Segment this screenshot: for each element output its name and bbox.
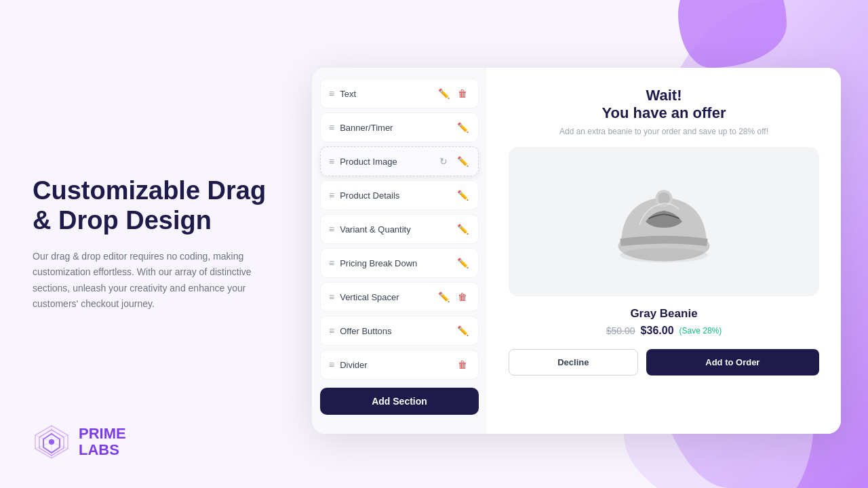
section-label-text: Text	[340, 89, 356, 99]
drag-handle-icon: ≡	[329, 190, 334, 201]
svg-point-10	[620, 247, 708, 262]
drag-handle-icon: ≡	[329, 224, 334, 235]
drag-handle-icon: ≡	[329, 88, 334, 99]
left-section: Customizable Drag & Drop Design Our drag…	[33, 176, 290, 312]
logo: PRIME LABS	[33, 423, 126, 461]
drag-handle-icon: ≡	[329, 325, 334, 336]
section-label-pricing: Pricing Break Down	[340, 258, 417, 268]
edit-icon-banner[interactable]: ✏️	[455, 120, 470, 135]
delete-icon-divider[interactable]: 🗑	[455, 357, 470, 372]
add-section-button[interactable]: Add Section	[320, 388, 479, 415]
delete-icon-spacer[interactable]: 🗑	[455, 289, 470, 304]
edit-icon-product-details[interactable]: ✏️	[455, 188, 470, 203]
section-item-product-details[interactable]: ≡ Product Details ✏️	[320, 180, 479, 210]
section-label-product-image: Product Image	[340, 157, 397, 167]
section-label-banner: Banner/Timer	[340, 123, 393, 133]
price-original: $50.00	[606, 325, 635, 336]
product-pricing: $50.00 $36.00 (Save 28%)	[606, 325, 722, 337]
section-item-spacer[interactable]: ≡ Vertical Spacer ✏️ 🗑	[320, 282, 479, 312]
section-item-offer-buttons[interactable]: ≡ Offer Buttons ✏️	[320, 316, 479, 346]
add-to-order-button[interactable]: Add to Order	[646, 349, 819, 375]
section-item-product-image[interactable]: ≡ Product Image ↻ ✏️	[320, 146, 479, 176]
price-current: $36.00	[641, 325, 674, 337]
drag-handle-icon: ≡	[329, 291, 334, 302]
offer-panel: Wait! You have an offer Add an extra bea…	[487, 68, 841, 434]
main-container: ≡ Text ✏️ 🗑 ≡ Banner/Timer ✏️ ≡ Product …	[312, 68, 841, 434]
price-save: (Save 28%)	[679, 326, 722, 336]
offer-buttons: Decline Add to Order	[509, 349, 819, 375]
section-label-product-details: Product Details	[340, 190, 399, 201]
drag-handle-icon: ≡	[329, 359, 334, 370]
section-item-text[interactable]: ≡ Text ✏️ 🗑	[320, 79, 479, 108]
logo-text: PRIME LABS	[79, 426, 126, 458]
loading-icon-product-image: ↻	[436, 154, 451, 169]
main-description: Our drag & drop editor requires no codin…	[33, 249, 290, 311]
drag-handle-icon: ≡	[329, 122, 334, 133]
section-label-divider: Divider	[340, 360, 367, 370]
section-item-pricing[interactable]: ≡ Pricing Break Down ✏️	[320, 248, 479, 278]
edit-icon-product-image[interactable]: ✏️	[455, 154, 470, 169]
delete-icon-text[interactable]: 🗑	[455, 86, 470, 101]
section-item-banner[interactable]: ≡ Banner/Timer ✏️	[320, 113, 479, 142]
main-heading: Customizable Drag & Drop Design	[33, 176, 290, 235]
edit-icon-offer-buttons[interactable]: ✏️	[455, 323, 470, 338]
edit-icon-variant[interactable]: ✏️	[455, 222, 470, 237]
prime-labs-logo-icon	[33, 423, 71, 461]
decline-button[interactable]: Decline	[509, 349, 638, 375]
drag-handle-icon: ≡	[329, 156, 334, 167]
editor-panel: ≡ Text ✏️ 🗑 ≡ Banner/Timer ✏️ ≡ Product …	[312, 68, 487, 434]
section-label-spacer: Vertical Spacer	[340, 292, 399, 302]
edit-icon-spacer[interactable]: ✏️	[436, 289, 451, 304]
product-name: Gray Beanie	[630, 307, 697, 321]
edit-icon-text[interactable]: ✏️	[436, 86, 451, 101]
product-image-container	[509, 147, 819, 296]
edit-icon-pricing[interactable]: ✏️	[455, 256, 470, 270]
section-item-divider[interactable]: ≡ Divider 🗑	[320, 350, 479, 380]
drag-handle-icon: ≡	[329, 258, 334, 268]
section-label-variant: Variant & Quantity	[340, 224, 411, 235]
section-item-variant[interactable]: ≡ Variant & Quantity ✏️	[320, 214, 479, 244]
beanie-illustration	[603, 164, 725, 279]
offer-title: Wait! You have an offer	[602, 87, 726, 123]
svg-point-9	[658, 192, 670, 205]
section-label-offer-buttons: Offer Buttons	[340, 326, 391, 336]
offer-subtitle: Add an extra beanie to your order and sa…	[559, 127, 768, 136]
